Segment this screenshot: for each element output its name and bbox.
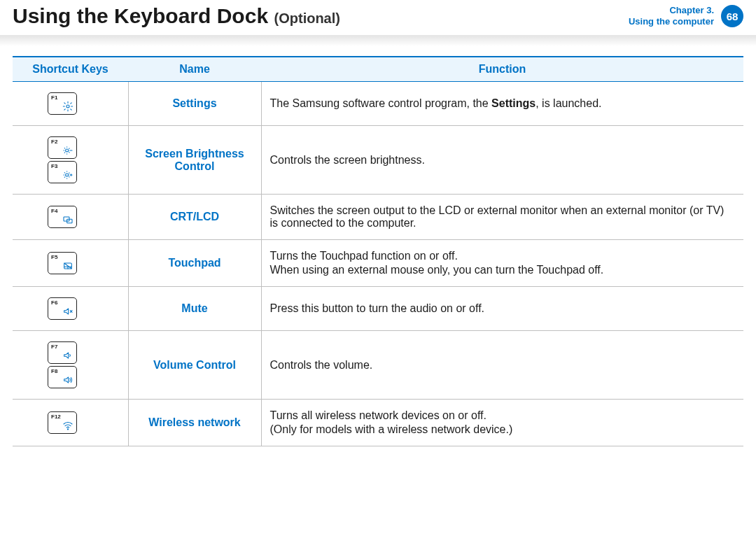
keycap-f4: F4 <box>48 206 77 228</box>
table-row: F1 Settings The Samsung software control… <box>13 82 743 126</box>
keys-cell: F4 <box>13 195 128 240</box>
function-cell: Turns all wireless network devices on or… <box>261 400 743 446</box>
brightness-up-icon <box>62 169 74 181</box>
keys-cell: F2 F3 <box>13 126 128 195</box>
shortcut-table-wrap: Shortcut Keys Name Function F1 Settings … <box>0 46 756 446</box>
keys-cell: F6 <box>13 287 128 331</box>
page-header: Using the Keyboard Dock (Optional) Chapt… <box>0 0 756 35</box>
svg-point-2 <box>66 174 69 176</box>
function-cell: Turns the Touchpad function on or off. W… <box>261 240 743 287</box>
keycap-f8: F8 <box>48 366 77 388</box>
keys-cell: F12 <box>13 400 128 446</box>
keycap-f7: F7 <box>48 341 77 364</box>
page-subtitle: (Optional) <box>274 10 340 26</box>
svg-point-0 <box>66 105 69 108</box>
table-row: F12 Wireless network Turns all wireless … <box>13 400 743 446</box>
volume-down-icon <box>62 350 74 361</box>
header-divider <box>0 35 756 46</box>
keycap-f2: F2 <box>48 136 77 159</box>
brightness-down-icon <box>62 145 74 156</box>
page-title-group: Using the Keyboard Dock (Optional) <box>13 4 340 28</box>
chapter-line2: Using the computer <box>629 16 714 27</box>
name-cell-volume: Volume Control <box>128 331 261 400</box>
col-header-name: Name <box>128 57 261 82</box>
table-row: F2 F3 Screen Brightness Control Controls… <box>13 126 743 195</box>
table-row: F4 CRT/LCD Switches the screen output to… <box>13 195 743 240</box>
name-cell-touchpad: Touchpad <box>128 240 261 287</box>
shortcut-keys-table: Shortcut Keys Name Function F1 Settings … <box>13 56 743 446</box>
page-title: Using the Keyboard Dock <box>13 4 268 27</box>
function-cell: The Samsung software control program, th… <box>261 82 743 126</box>
wifi-icon <box>62 420 74 431</box>
keys-cell: F1 <box>13 82 128 126</box>
settings-gear-icon <box>62 101 74 112</box>
table-row: F7 F8 Volume Control Controls the volume… <box>13 331 743 400</box>
chapter-text: Chapter 3. Using the computer <box>629 5 714 28</box>
volume-up-icon <box>62 374 74 386</box>
col-header-function: Function <box>261 57 743 82</box>
keycap-f6: F6 <box>48 297 77 320</box>
table-row: F5 Touchpad Turns the Touchpad function … <box>13 240 743 287</box>
name-cell-settings: Settings <box>128 82 261 126</box>
name-cell-wireless: Wireless network <box>128 400 261 446</box>
touchpad-icon <box>62 260 74 271</box>
mute-icon <box>62 306 74 317</box>
name-cell-crtlcd: CRT/LCD <box>128 195 261 240</box>
keycap-f3: F3 <box>48 161 77 183</box>
name-cell-mute: Mute <box>128 287 261 331</box>
keys-cell: F5 <box>13 240 128 287</box>
svg-point-6 <box>67 429 68 430</box>
page-number-badge: 68 <box>721 5 743 27</box>
keycap-f1: F1 <box>48 92 77 115</box>
keycap-f12: F12 <box>48 411 77 434</box>
chapter-box: Chapter 3. Using the computer 68 <box>629 5 743 28</box>
svg-point-1 <box>66 149 69 152</box>
keycap-f5: F5 <box>48 252 77 274</box>
crt-lcd-icon <box>62 214 74 225</box>
table-row: F6 Mute Press this button to turn the au… <box>13 287 743 331</box>
function-cell: Press this button to turn the audio on o… <box>261 287 743 331</box>
col-header-keys: Shortcut Keys <box>13 57 128 82</box>
chapter-line1: Chapter 3. <box>629 5 714 16</box>
keys-cell: F7 F8 <box>13 331 128 400</box>
function-cell: Switches the screen output to the LCD or… <box>261 195 743 240</box>
function-cell: Controls the volume. <box>261 331 743 400</box>
function-cell: Controls the screen brightness. <box>261 126 743 195</box>
name-cell-brightness: Screen Brightness Control <box>128 126 261 195</box>
